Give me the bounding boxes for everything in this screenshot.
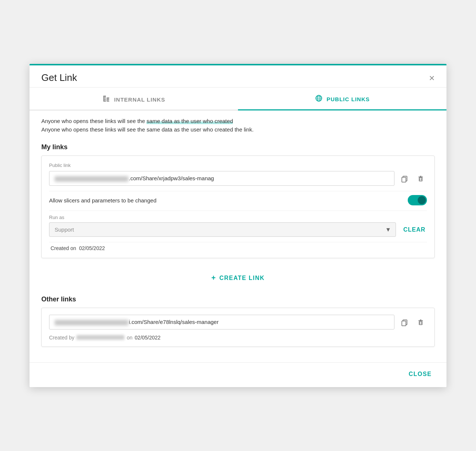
my-link-card: Public link .com/Share/xrjadpw3/sales-ma… bbox=[41, 156, 435, 258]
run-as-value: Support bbox=[49, 223, 396, 236]
tab-public-links-label: PUBLIC LINKS bbox=[327, 96, 370, 102]
svg-rect-18 bbox=[402, 177, 406, 182]
run-as-label: Run as bbox=[49, 215, 427, 220]
created-on-label: Created on bbox=[51, 245, 77, 251]
close-button[interactable]: CLOSE bbox=[406, 369, 435, 379]
svg-rect-7 bbox=[105, 100, 106, 100]
my-links-section-title: My links bbox=[41, 143, 435, 151]
created-by-label: Created by bbox=[49, 335, 74, 341]
svg-rect-8 bbox=[107, 99, 108, 99]
svg-rect-25 bbox=[402, 321, 406, 326]
other-link-url[interactable]: i.com/Share/e78lnslq/sales-manager bbox=[49, 315, 394, 329]
toggle-slider bbox=[408, 195, 427, 205]
svg-rect-26 bbox=[419, 321, 422, 325]
svg-rect-19 bbox=[419, 178, 422, 181]
building-icon bbox=[102, 95, 110, 105]
allow-slicers-toggle[interactable] bbox=[408, 195, 427, 205]
get-link-dialog: Get Link × bbox=[30, 64, 446, 387]
copy-my-link-button[interactable] bbox=[398, 172, 411, 185]
dialog-body: Anyone who opens these links will see th… bbox=[30, 110, 446, 362]
svg-rect-4 bbox=[104, 98, 105, 99]
create-link-plus-icon: + bbox=[211, 274, 216, 282]
my-link-row: .com/Share/xrjadpw3/sales-manag bbox=[49, 171, 427, 186]
other-link-url-blurred bbox=[55, 320, 128, 325]
on-label: on bbox=[127, 335, 132, 341]
globe-icon bbox=[315, 94, 323, 104]
dialog-title: Get Link bbox=[41, 72, 77, 83]
tab-internal-links[interactable]: INTERNAL LINKS bbox=[30, 88, 238, 110]
description-text: Anyone who opens these links will see th… bbox=[41, 110, 435, 137]
svg-rect-10 bbox=[107, 100, 108, 101]
other-link-row: i.com/Share/e78lnslq/sales-manager bbox=[49, 315, 427, 329]
toggle-row: Allow slicers and parameters to be chang… bbox=[49, 191, 427, 211]
svg-rect-2 bbox=[104, 97, 105, 98]
run-as-row: Support ▼ CLEAR bbox=[49, 222, 427, 237]
delete-my-link-button[interactable] bbox=[414, 172, 427, 185]
toggle-knob bbox=[418, 196, 426, 204]
other-link-date: 02/05/2022 bbox=[135, 335, 161, 341]
body-spacer bbox=[41, 351, 435, 362]
create-link-row[interactable]: + CREATE LINK bbox=[41, 265, 435, 289]
svg-rect-5 bbox=[105, 98, 106, 99]
svg-rect-11 bbox=[108, 100, 109, 101]
other-link-card: i.com/Share/e78lnslq/sales-manager bbox=[41, 308, 435, 347]
clear-button[interactable]: CLEAR bbox=[402, 226, 427, 233]
copy-other-link-button[interactable] bbox=[398, 316, 411, 328]
delete-other-link-button[interactable] bbox=[414, 316, 427, 328]
close-x-button[interactable]: × bbox=[429, 73, 435, 83]
created-on-date: 02/05/2022 bbox=[79, 245, 105, 251]
toggle-label: Allow slicers and parameters to be chang… bbox=[49, 197, 156, 204]
other-link-created-by: Created by on 02/05/2022 bbox=[49, 335, 427, 341]
tab-public-links[interactable]: PUBLIC LINKS bbox=[238, 88, 446, 110]
my-link-url-blurred bbox=[55, 176, 128, 182]
other-link-author-blurred bbox=[76, 335, 124, 340]
svg-rect-3 bbox=[105, 97, 106, 98]
svg-rect-9 bbox=[108, 99, 109, 99]
svg-rect-6 bbox=[104, 100, 105, 100]
public-link-label: Public link bbox=[49, 163, 427, 168]
dialog-header: Get Link × bbox=[30, 65, 446, 88]
description-partial: Anyone who opens these links will see th… bbox=[41, 118, 233, 124]
my-link-url[interactable]: .com/Share/xrjadpw3/sales-manag bbox=[49, 171, 394, 186]
run-as-section: Run as Support ▼ CLEAR bbox=[49, 211, 427, 237]
dialog-footer: CLOSE bbox=[30, 362, 446, 387]
tabs-container: INTERNAL LINKS PUBLIC LINKS bbox=[30, 88, 446, 110]
create-link-label: CREATE LINK bbox=[219, 275, 265, 281]
tab-internal-links-label: INTERNAL LINKS bbox=[114, 96, 165, 103]
my-link-created-on: Created on 02/05/2022 bbox=[49, 242, 427, 251]
other-links-section-title: Other links bbox=[41, 295, 435, 303]
run-as-select-wrapper[interactable]: Support ▼ bbox=[49, 222, 396, 237]
svg-rect-1 bbox=[107, 98, 109, 102]
